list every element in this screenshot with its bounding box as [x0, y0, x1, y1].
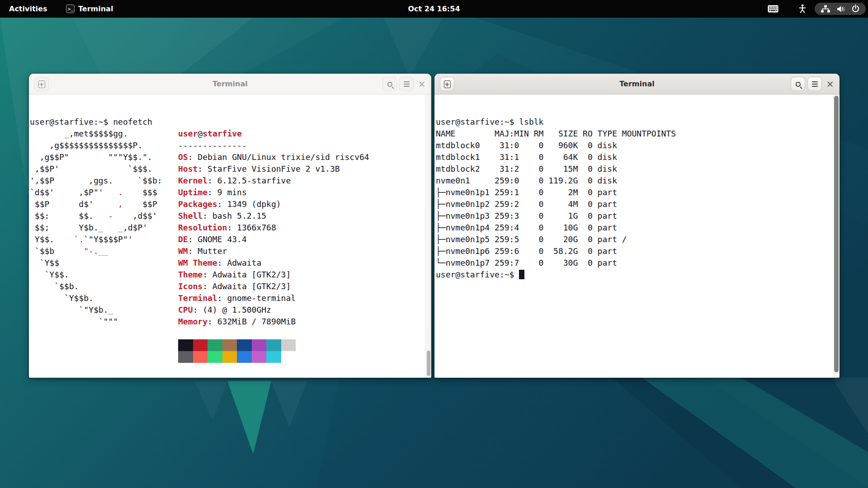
palette-swatch [252, 339, 267, 351]
palette-swatch [222, 351, 237, 363]
terminal-window-left: + Terminal × user@starfive:~$ neofetch _… [29, 74, 431, 378]
search-button[interactable] [791, 77, 805, 91]
scrollbar[interactable] [425, 94, 431, 378]
close-button[interactable]: × [823, 77, 837, 91]
terminal-command-line: user@starfive:~$ lsblk [436, 116, 543, 128]
palette-swatch [281, 339, 296, 351]
volume-icon [837, 5, 845, 13]
top-bar: Activities >_ Terminal Oct 24 16:54 [0, 0, 868, 18]
clock[interactable]: Oct 24 16:54 [408, 0, 460, 18]
focused-app-indicator[interactable]: >_ Terminal [66, 0, 113, 18]
menu-button[interactable] [807, 77, 822, 91]
system-tray[interactable] [815, 3, 866, 15]
scrollbar[interactable] [834, 94, 840, 378]
palette-swatch [208, 339, 222, 351]
power-icon [851, 5, 860, 13]
neofetch-palette [178, 339, 296, 363]
palette-swatch [252, 351, 267, 363]
neofetch-info: user@starfive--------------OS: Debian GN… [178, 128, 369, 328]
window-title: Terminal [434, 74, 840, 94]
new-tab-button[interactable]: + [440, 77, 454, 91]
network-wired-icon [821, 5, 830, 13]
new-tab-icon: + [444, 80, 451, 88]
window-title: Terminal [29, 74, 431, 94]
keyboard-layout-icon[interactable] [767, 0, 779, 18]
search-icon [387, 82, 392, 87]
headerbar[interactable]: + Terminal × [29, 74, 431, 94]
scrollbar-thumb[interactable] [427, 351, 430, 376]
palette-swatch [178, 351, 193, 363]
shell-prompt: user@starfive:~$ [436, 269, 524, 281]
hamburger-menu-icon [812, 81, 818, 87]
new-tab-icon: + [38, 80, 45, 88]
activities-button[interactable]: Activities [7, 0, 49, 18]
palette-swatch [222, 339, 237, 351]
palette-swatch [266, 339, 281, 351]
hamburger-menu-icon [404, 81, 410, 87]
terminal-window-right: + Terminal × user@starfive:~$ lsblk NAME… [434, 74, 840, 378]
focused-app-name: Terminal [78, 5, 113, 13]
close-button[interactable]: × [415, 77, 429, 91]
terminal-content[interactable]: user@starfive:~$ neofetch _,met$$$$$gg. … [29, 94, 431, 378]
headerbar[interactable]: + Terminal × [434, 74, 840, 94]
palette-swatch [281, 351, 296, 363]
palette-swatch [266, 351, 281, 363]
terminal-command-line: user@starfive:~$ neofetch [30, 116, 152, 128]
menu-button[interactable] [399, 77, 414, 91]
palette-swatch [193, 339, 208, 351]
neofetch-art: _,met$$$$$gg. ,g$$$$$$$$$$$$$$$P. ,g$$P"… [30, 128, 162, 328]
palette-swatch [208, 351, 222, 363]
search-icon [796, 82, 801, 87]
palette-swatch [178, 339, 193, 351]
lsblk-output: NAME MAJ:MIN RM SIZE RO TYPE MOUNTPOINTS… [436, 128, 676, 269]
palette-swatch [193, 351, 208, 363]
palette-swatch [237, 351, 252, 363]
terminal-app-icon: >_ [66, 5, 75, 13]
terminal-content[interactable]: user@starfive:~$ lsblk NAME MAJ:MIN RM S… [434, 94, 840, 378]
terminal-cursor-focused [519, 270, 524, 279]
scrollbar-thumb[interactable] [834, 96, 839, 372]
accessibility-icon[interactable] [797, 0, 807, 18]
search-button[interactable] [382, 77, 397, 91]
palette-swatch [237, 339, 252, 351]
new-tab-button[interactable]: + [34, 77, 49, 91]
